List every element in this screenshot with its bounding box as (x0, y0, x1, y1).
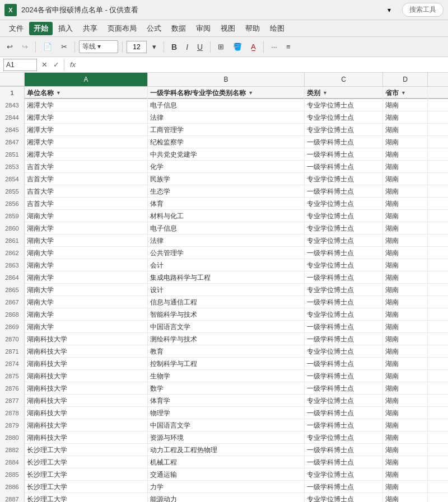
cell-c-5[interactable]: 一级学科博士点 (305, 161, 383, 173)
cell-b-2[interactable]: 工商管理学 (148, 124, 305, 136)
cell-c-10[interactable]: 专业学位博士点 (305, 222, 383, 234)
cell-d-12[interactable]: 湖南 (383, 247, 428, 259)
cell-b-25[interactable]: 物理学 (148, 407, 305, 419)
cell-b-8[interactable]: 体育 (148, 198, 305, 210)
table-row[interactable]: 2879 湖南科技大学 中国语言文学 一级学科博士点 湖南 (0, 419, 448, 431)
cell-a-23[interactable]: 湖南科技大学 (25, 382, 148, 395)
table-row[interactable]: 2871 湖南科技大学 教育 专业学位博士点 湖南 (0, 345, 448, 358)
table-row[interactable]: 2867 湖南大学 信息与通信工程 一级学科博士点 湖南 (0, 296, 448, 308)
cell-b-32[interactable]: 能源动力 (148, 493, 305, 502)
cell-d-4[interactable]: 湖南 (383, 148, 428, 161)
cell-d-27[interactable]: 湖南 (383, 431, 428, 444)
more-btn[interactable]: ··· (268, 41, 281, 53)
cell-c-19[interactable]: 一级学科博士点 (305, 333, 383, 345)
cell-a-5[interactable]: 吉首大学 (25, 161, 148, 173)
cell-d-19[interactable]: 湖南 (383, 333, 428, 345)
cell-a-27[interactable]: 湖南科技大学 (25, 431, 148, 444)
search-tool[interactable]: 搜索工具 (402, 3, 444, 17)
cell-b-3[interactable]: 纪检监察学 (148, 136, 305, 148)
cell-a-7[interactable]: 吉首大学 (25, 185, 148, 198)
underline-btn[interactable]: U (194, 41, 206, 53)
cell-c-27[interactable]: 专业学位博士点 (305, 431, 383, 444)
cell-b-9[interactable]: 材料与化工 (148, 210, 305, 222)
cell-c-16[interactable]: 一级学科博士点 (305, 296, 383, 308)
menu-item-视图[interactable]: 视图 (216, 22, 240, 35)
formula-input[interactable] (81, 61, 445, 69)
cell-c-18[interactable]: 一级学科博士点 (305, 321, 383, 333)
cell-b-1[interactable]: 法律 (148, 111, 305, 124)
fill-color-btn[interactable]: 🪣 (230, 41, 245, 53)
cell-a-26[interactable]: 湖南科技大学 (25, 419, 148, 431)
cell-b-31[interactable]: 力学 (148, 481, 305, 493)
cell-d-14[interactable]: 湖南 (383, 271, 428, 284)
font-color-btn[interactable]: A̲ (248, 41, 259, 53)
filter-icon-d[interactable]: ▼ (401, 90, 406, 96)
cell-c-20[interactable]: 专业学位博士点 (305, 345, 383, 358)
cell-b-14[interactable]: 集成电路科学与工程 (148, 271, 305, 284)
cell-c-2[interactable]: 专业学位博士点 (305, 124, 383, 136)
table-row[interactable]: 2855 吉首大学 生态学 一级学科博士点 湖南 (0, 185, 448, 198)
col-header-d[interactable]: D (383, 73, 428, 86)
menu-item-开始[interactable]: 开始 (29, 22, 53, 35)
cell-c-25[interactable]: 一级学科博士点 (305, 407, 383, 419)
cell-d-11[interactable]: 湖南 (383, 234, 428, 247)
italic-btn[interactable]: I (183, 41, 192, 53)
cell-d-16[interactable]: 湖南 (383, 296, 428, 308)
title-dropdown-icon[interactable]: ▾ (388, 6, 391, 14)
cell-c-30[interactable]: 专业学位博士点 (305, 468, 383, 481)
cell-a-2[interactable]: 湘潭大学 (25, 124, 148, 136)
table-row[interactable]: 2869 湖南大学 中国语言文学 一级学科博士点 湖南 (0, 321, 448, 333)
cell-c-1[interactable]: 专业学位博士点 (305, 111, 383, 124)
cell-b-29[interactable]: 机械工程 (148, 456, 305, 468)
table-row[interactable]: 2844 湘潭大学 法律 专业学位博士点 湖南 (0, 111, 448, 124)
cell-a-8[interactable]: 吉首大学 (25, 198, 148, 210)
menu-item-审阅[interactable]: 审阅 (192, 22, 215, 35)
table-row[interactable]: 2861 湖南大学 法律 专业学位博士点 湖南 (0, 234, 448, 247)
cell-b-12[interactable]: 公共管理学 (148, 247, 305, 259)
cell-b-15[interactable]: 设计 (148, 284, 305, 296)
cell-c-22[interactable]: 一级学科博士点 (305, 370, 383, 382)
cell-reference-box[interactable]: A1 (3, 59, 37, 71)
cell-a-12[interactable]: 湖南大学 (25, 247, 148, 259)
table-row[interactable]: 2874 湖南科技大学 控制科学与工程 一级学科博士点 湖南 (0, 358, 448, 370)
cell-d-7[interactable]: 湖南 (383, 185, 428, 198)
cell-b-30[interactable]: 交通运输 (148, 468, 305, 481)
cell-d-18[interactable]: 湖南 (383, 321, 428, 333)
redo-btn[interactable]: ↪ (18, 41, 31, 53)
cell-d-17[interactable]: 湖南 (383, 308, 428, 321)
table-row[interactable]: 2885 长沙理工大学 交通运输 专业学位博士点 湖南 (0, 468, 448, 481)
cell-c-24[interactable]: 专业学位博士点 (305, 395, 383, 407)
menu-item-数据[interactable]: 数据 (167, 22, 190, 35)
col-header-b[interactable]: B (148, 73, 305, 86)
cell-a-25[interactable]: 湖南科技大学 (25, 407, 148, 419)
cell-d-15[interactable]: 湖南 (383, 284, 428, 296)
menu-item-插入[interactable]: 插入 (54, 22, 77, 35)
cell-d-3[interactable]: 湖南 (383, 136, 428, 148)
table-row[interactable]: 2882 长沙理工大学 动力工程及工程热物理 一级学科博士点 湖南 (0, 444, 448, 456)
cell-b-24[interactable]: 体育学 (148, 395, 305, 407)
confirm-formula-btn[interactable]: ✓ (51, 60, 62, 69)
cell-a-14[interactable]: 湖南大学 (25, 271, 148, 284)
table-row[interactable]: 2854 吉首大学 民族学 专业学位博士点 湖南 (0, 173, 448, 185)
font-name-dropdown[interactable]: 等线 ▾ (79, 40, 118, 53)
cell-d-1[interactable]: 湖南 (383, 111, 428, 124)
table-row[interactable]: 2865 湖南大学 设计 专业学位博士点 湖南 (0, 284, 448, 296)
cell-b-19[interactable]: 测绘科学与技术 (148, 333, 305, 345)
cell-c-12[interactable]: 一级学科博士点 (305, 247, 383, 259)
cell-a-15[interactable]: 湖南大学 (25, 284, 148, 296)
table-row[interactable]: 2863 湖南大学 会计 专业学位博士点 湖南 (0, 259, 448, 271)
cell-a-10[interactable]: 湖南大学 (25, 222, 148, 234)
cell-a-13[interactable]: 湖南大学 (25, 259, 148, 271)
cell-b-0[interactable]: 电子信息 (148, 99, 305, 111)
cell-d-32[interactable]: 湖南 (383, 493, 428, 502)
filter-icon-b[interactable]: ▼ (248, 90, 253, 96)
font-size-dropdown[interactable]: ▾ (149, 41, 160, 53)
cancel-formula-btn[interactable]: ✕ (39, 60, 50, 69)
align-btn[interactable]: ≡ (283, 41, 294, 53)
file-icon[interactable]: 📄 (40, 41, 55, 53)
cell-a-29[interactable]: 长沙理工大学 (25, 456, 148, 468)
table-row[interactable]: 2845 湘潭大学 工商管理学 专业学位博士点 湖南 (0, 124, 448, 136)
cell-c-3[interactable]: 一级学科博士点 (305, 136, 383, 148)
cell-c-7[interactable]: 一级学科博士点 (305, 185, 383, 198)
cell-b-6[interactable]: 民族学 (148, 173, 305, 185)
